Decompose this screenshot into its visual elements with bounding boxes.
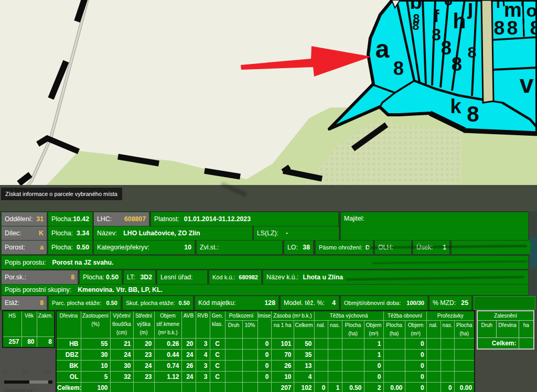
svg-text:8: 8 (494, 17, 505, 39)
svg-text:': ' (520, 0, 524, 16)
svg-text:8: 8 (393, 58, 404, 79)
svg-text:8: 8 (413, 19, 420, 32)
svg-text:8: 8 (452, 53, 462, 75)
svg-text:8: 8 (467, 102, 479, 126)
svg-text:8: 8 (468, 43, 477, 61)
svg-text:k: k (450, 95, 461, 117)
svg-text:8: 8 (507, 17, 518, 39)
svg-text:l: l (496, 0, 500, 11)
svg-text:8: 8 (444, 0, 453, 8)
svg-text:j: j (467, 0, 473, 19)
svg-text:h: h (453, 9, 466, 33)
svg-text:8: 8 (432, 26, 441, 44)
svg-text:f: f (433, 6, 439, 26)
svg-text:8: 8 (441, 37, 452, 59)
svg-text:b: b (410, 0, 422, 13)
svg-text:v: v (520, 70, 534, 98)
svg-text:o: o (527, 1, 537, 20)
svg-text:a: a (375, 35, 390, 63)
svg-text:8: 8 (530, 17, 537, 39)
